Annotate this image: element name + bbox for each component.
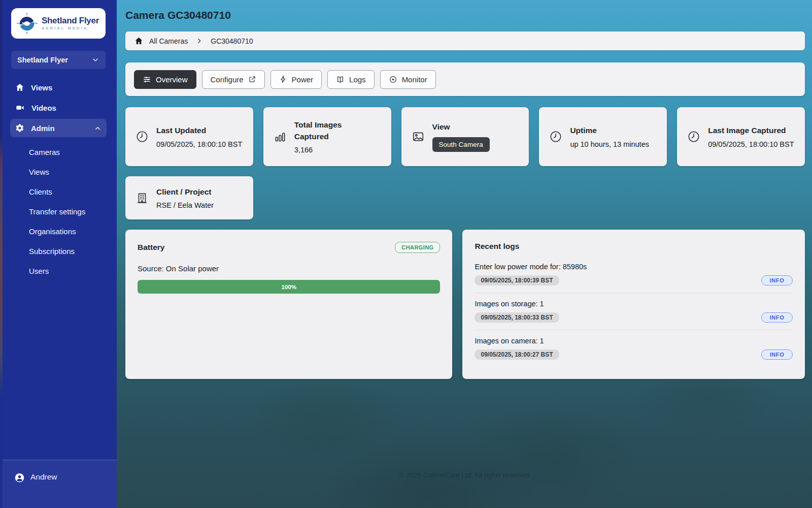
page-title: Camera GC30480710 (125, 9, 805, 21)
brand-tagline: AERIAL MEDIA (42, 26, 99, 30)
breadcrumb-home-icon[interactable] (134, 37, 143, 45)
battery-percent-label: 100% (282, 284, 296, 290)
breadcrumb: All Cameras GC30480710 (125, 31, 805, 50)
sidebar-nav: Views Videos Admin (0, 76, 117, 139)
clock-icon (549, 130, 562, 143)
workspace-label: Shetland Flyer (17, 56, 68, 64)
log-level-badge: INFO (761, 275, 793, 285)
home-icon (15, 83, 24, 92)
workspace-selector[interactable]: Shetland Flyer (11, 51, 106, 69)
breadcrumb-root-link[interactable]: All Cameras (149, 37, 188, 45)
stat-card-last-image-captured: Last Image Captured 09/05/2025, 18:00:10… (677, 107, 805, 166)
tab-label: Logs (349, 75, 366, 84)
copyright-notice: © 2025 GabrielCam Ltd. All rights reserv… (125, 471, 805, 479)
tab-label: Overview (156, 75, 188, 84)
sidebar-item-users[interactable]: Users (29, 261, 117, 281)
target-icon (389, 75, 397, 84)
tab-label: Monitor (402, 75, 427, 84)
tab-label: Configure (211, 75, 244, 84)
tab-label: Power (292, 75, 314, 84)
battery-source: Source: On Solar power (138, 264, 440, 273)
user-avatar-icon (14, 472, 25, 483)
detail-panels: Battery CHARGING Source: On Solar power … (125, 230, 805, 379)
sidebar-item-clients[interactable]: Clients (29, 182, 117, 202)
battery-title: Battery (138, 243, 164, 252)
brand-logo[interactable]: Shetland Flyer AERIAL MEDIA (11, 8, 106, 39)
brand-logo-icon (16, 12, 38, 35)
recent-logs-title: Recent logs (475, 242, 793, 251)
log-timestamp: 09/05/2025, 18:00:27 BST (475, 350, 559, 360)
sidebar-item-label: Views (31, 83, 52, 92)
tab-monitor[interactable]: Monitor (380, 70, 436, 89)
stat-card-uptime: Uptime up 10 hours, 13 minutes (539, 107, 667, 166)
sliders-icon (143, 75, 151, 84)
sidebar-item-organisations[interactable]: Organisations (29, 221, 117, 241)
chevron-up-icon (94, 124, 101, 132)
battery-progress-track: 100% (138, 280, 440, 294)
admin-submenu: Cameras Views Clients Transfer settings … (0, 139, 117, 281)
gear-icon (15, 123, 24, 133)
image-icon (412, 130, 425, 143)
log-entry: Images on camera: 1 09/05/2025, 18:00:27… (475, 330, 793, 367)
battery-panel: Battery CHARGING Source: On Solar power … (125, 230, 452, 379)
sidebar-item-label: Videos (31, 104, 56, 112)
sidebar-item-admin-views[interactable]: Views (29, 162, 117, 182)
user-menu[interactable]: Andrew (0, 460, 117, 508)
tab-overview[interactable]: Overview (134, 70, 196, 89)
stat-card-client-project: Client / Project RSE / Eela Water (125, 176, 253, 219)
sidebar-item-transfer-settings[interactable]: Transfer settings (29, 202, 117, 221)
sidebar-item-subscriptions[interactable]: Subscriptions (29, 241, 117, 261)
sidebar-item-label: Admin (31, 124, 55, 133)
stat-value: up 10 hours, 13 minutes (570, 140, 649, 148)
chevron-right-icon (196, 38, 202, 44)
user-name: Andrew (30, 472, 57, 482)
stat-value: RSE / Eela Water (156, 201, 214, 209)
sidebar-item-views[interactable]: Views (10, 78, 107, 97)
background-video-edge (0, 0, 3, 508)
main-content: Camera GC30480710 All Cameras GC30480710… (117, 0, 812, 508)
video-camera-icon (15, 103, 25, 112)
charging-badge: CHARGING (395, 242, 440, 253)
stat-title: Client / Project (156, 186, 214, 198)
sidebar-item-videos[interactable]: Videos (10, 99, 107, 117)
sidebar-item-admin[interactable]: Admin (10, 119, 107, 137)
log-level-badge: INFO (761, 312, 793, 323)
tab-configure[interactable]: Configure (202, 70, 265, 89)
brand-name: Shetland Flyer (42, 16, 99, 25)
stats-grid: Last Updated 09/05/2025, 18:00:10 BST To… (125, 107, 805, 219)
log-message: Images on camera: 1 (475, 337, 793, 345)
log-timestamp: 09/05/2025, 18:00:33 BST (475, 312, 559, 323)
clock-icon (136, 130, 149, 143)
tab-logs[interactable]: Logs (327, 70, 375, 89)
stat-title: View (432, 121, 490, 133)
log-level-badge: INFO (761, 350, 793, 360)
stat-value: 3,166 (294, 146, 355, 154)
log-message: Images on storage: 1 (475, 300, 793, 308)
view-camera-button[interactable]: South Camera (432, 137, 490, 152)
camera-tabs: Overview Configure Power Logs (125, 62, 805, 96)
external-link-icon (248, 75, 256, 83)
stat-title: Uptime (570, 125, 649, 136)
stat-title: Last Image Captured (708, 125, 794, 136)
breadcrumb-current: GC30480710 (211, 37, 253, 45)
log-timestamp: 09/05/2025, 18:00:39 BST (475, 275, 559, 285)
tab-power[interactable]: Power (270, 70, 322, 89)
recent-logs-panel: Recent logs Enter low power mode for: 85… (462, 230, 805, 379)
chevron-down-icon (91, 56, 99, 64)
log-message: Enter low power mode for: 85980s (475, 263, 793, 271)
clock-icon (687, 130, 700, 143)
sidebar: Shetland Flyer AERIAL MEDIA Shetland Fly… (0, 0, 117, 508)
stat-value: 09/05/2025, 18:00:10 BST (156, 140, 242, 148)
log-entry: Enter low power mode for: 85980s 09/05/2… (475, 256, 793, 293)
stat-card-last-updated: Last Updated 09/05/2025, 18:00:10 BST (125, 107, 253, 166)
stat-card-view: View South Camera (401, 107, 529, 166)
stat-title: Last Updated (156, 125, 242, 136)
stat-value: 09/05/2025, 18:00:10 BST (708, 140, 794, 148)
lightning-icon (279, 75, 287, 83)
stat-title: Total Images Captured (294, 119, 355, 142)
bar-chart-icon (274, 130, 287, 143)
log-entry: Images on storage: 1 09/05/2025, 18:00:3… (475, 293, 793, 330)
book-icon (336, 75, 345, 84)
sidebar-item-cameras[interactable]: Cameras (29, 142, 117, 162)
battery-progress-fill: 100% (138, 280, 440, 294)
